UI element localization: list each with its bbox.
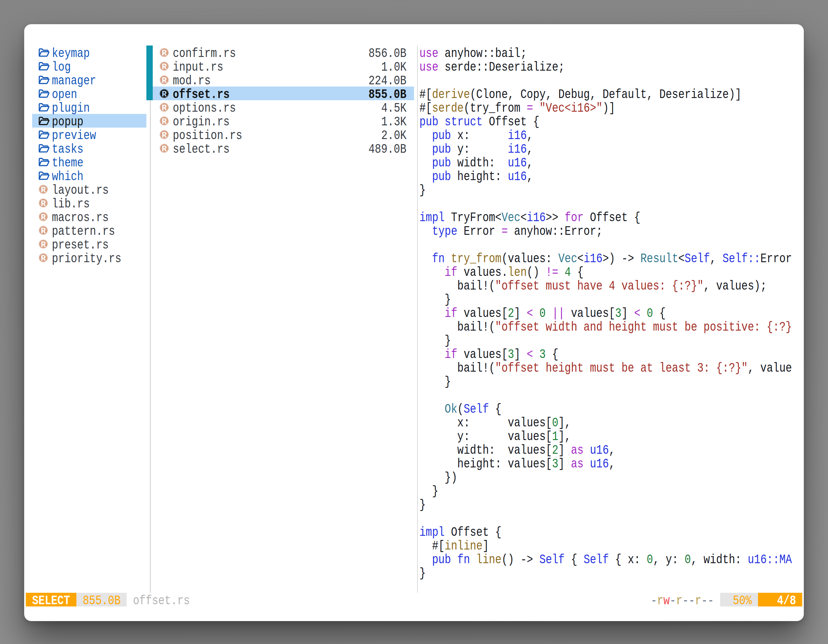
- svg-text:R: R: [41, 185, 46, 194]
- svg-text:R: R: [162, 103, 167, 112]
- svg-text:R: R: [162, 89, 167, 99]
- svg-text:R: R: [41, 213, 46, 222]
- svg-text:R: R: [41, 226, 46, 235]
- svg-text:R: R: [41, 199, 46, 208]
- svg-text:R: R: [162, 62, 167, 71]
- svg-text:R: R: [162, 76, 167, 85]
- svg-text:R: R: [41, 254, 46, 263]
- svg-text:R: R: [162, 144, 167, 154]
- svg-text:R: R: [162, 130, 167, 140]
- svg-text:R: R: [162, 117, 167, 126]
- svg-text:R: R: [41, 240, 46, 249]
- svg-text:R: R: [162, 49, 167, 58]
